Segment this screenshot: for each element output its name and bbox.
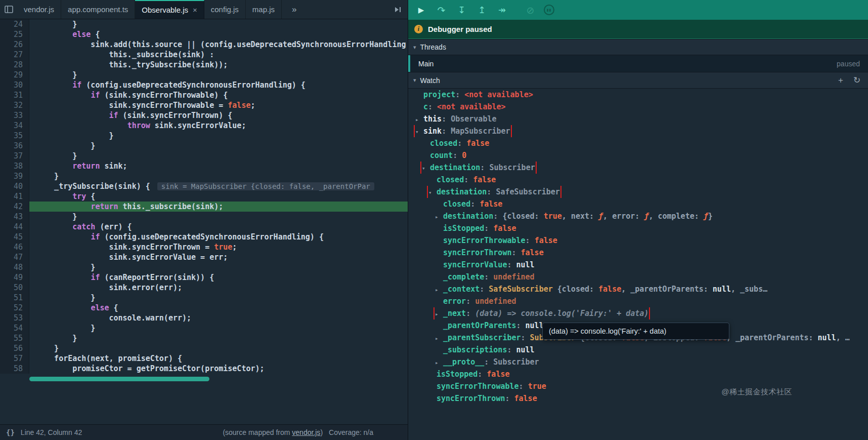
chevron-right-icon[interactable]: ▸ xyxy=(435,284,443,295)
add-watch-expression-icon[interactable]: + xyxy=(835,75,847,86)
tab-config.js[interactable]: config.js xyxy=(204,0,246,19)
tab-map.js[interactable]: map.js xyxy=(246,0,282,19)
line-number[interactable]: 58 xyxy=(0,364,29,374)
watch-node-_context[interactable]: ▸_context: SafeSubscriber {closed: false… xyxy=(408,283,868,295)
tab-Observable.js[interactable]: Observable.js× xyxy=(135,0,204,19)
tab-vendor.js[interactable]: vendor.js xyxy=(17,0,61,19)
watch-node-isStopped[interactable]: isStopped: false xyxy=(408,368,868,380)
line-number[interactable]: 53 xyxy=(0,313,29,323)
line-number[interactable]: 34 xyxy=(0,121,29,131)
watch-node-_next[interactable]: ▸_next: (data) => console.log('Fairy:' +… xyxy=(408,307,868,319)
watch-node-isStopped[interactable]: isStopped: false xyxy=(408,222,868,234)
line-number[interactable]: 48 xyxy=(0,262,29,272)
line-number[interactable]: 55 xyxy=(0,333,29,343)
panel-expand-icon[interactable] xyxy=(387,0,408,19)
line-number[interactable]: 52 xyxy=(0,303,29,313)
step-over-icon[interactable]: ↷ xyxy=(435,3,448,17)
step-in-icon[interactable]: ↧ xyxy=(455,3,468,17)
horizontal-scrollbar-thumb[interactable] xyxy=(29,377,209,381)
chevron-right-icon[interactable]: ▸ xyxy=(435,308,443,319)
watch-node-count[interactable]: count: 0 xyxy=(408,149,868,162)
line-number[interactable]: 24 xyxy=(0,19,29,29)
tab-overflow-button[interactable]: » xyxy=(282,0,307,19)
watch-node-c[interactable]: c: <not available> xyxy=(408,101,868,113)
watch-node-error[interactable]: error: undefined xyxy=(408,295,868,307)
line-number[interactable]: 37 xyxy=(0,151,29,161)
watch-node-destination[interactable]: ▾destination: Subscriber xyxy=(408,162,868,174)
watch-node-this[interactable]: ▸this: Observable xyxy=(408,113,868,125)
code-editor[interactable]: 24 }25 else {26 sink.add(this.source || … xyxy=(0,19,408,424)
line-number[interactable]: 47 xyxy=(0,252,29,262)
thread-item-main[interactable]: Main paused xyxy=(408,55,868,72)
refresh-watch-icon[interactable]: ↻ xyxy=(851,75,863,86)
line-number[interactable]: 39 xyxy=(0,171,29,181)
line-number[interactable]: 49 xyxy=(0,272,29,283)
watch-node-syncErrorThrowable[interactable]: syncErrorThrowable: true xyxy=(408,380,868,392)
line-number[interactable]: 36 xyxy=(0,141,29,151)
line-number[interactable]: 54 xyxy=(0,323,29,333)
line-number[interactable]: 28 xyxy=(0,60,29,70)
chevron-right-icon[interactable]: ▸ xyxy=(435,333,443,344)
property-name: project xyxy=(423,90,455,99)
line-number[interactable]: 29 xyxy=(0,70,29,80)
watch-node-closed[interactable]: closed: false xyxy=(408,137,868,149)
chevron-down-icon[interactable]: ▾ xyxy=(413,44,416,51)
line-number[interactable]: 35 xyxy=(0,131,29,141)
source-list-toggle-icon[interactable] xyxy=(0,0,17,19)
watch-node-project[interactable]: project: <not available> xyxy=(408,89,868,101)
line-number[interactable]: 51 xyxy=(0,293,29,303)
line-number[interactable]: 43 xyxy=(0,212,29,222)
line-number[interactable]: 33 xyxy=(0,110,29,121)
line-number[interactable]: 41 xyxy=(0,191,29,202)
watch-node-destination[interactable]: ▸destination: {closed: true, next: ƒ, er… xyxy=(408,210,868,222)
resume-icon[interactable]: ▶ xyxy=(414,3,428,17)
line-number[interactable]: 42 xyxy=(0,202,29,212)
line-number[interactable]: 56 xyxy=(0,343,29,353)
deactivate-breakpoints-icon[interactable]: ⊘ xyxy=(524,3,537,17)
watch-node-syncErrorValue[interactable]: syncErrorValue: null xyxy=(408,259,868,271)
chevron-right-icon[interactable]: ▸ xyxy=(435,211,443,222)
threads-section-header[interactable]: ▾ Threads xyxy=(408,39,868,55)
watch-node-closed[interactable]: closed: false xyxy=(408,174,868,186)
line-number[interactable]: 45 xyxy=(0,232,29,242)
line-number[interactable]: 57 xyxy=(0,353,29,364)
editor-status-bar: {} Line 42, Column 42 (source mapped fro… xyxy=(0,424,408,440)
line-number[interactable]: 50 xyxy=(0,283,29,293)
watch-node-sink[interactable]: ▾sink: MapSubscriber xyxy=(408,125,868,137)
line-number[interactable]: 30 xyxy=(0,80,29,90)
pause-on-exceptions-icon[interactable]: ▮▮ xyxy=(544,5,554,15)
watch-node-syncErrorThrown[interactable]: syncErrorThrown: false xyxy=(408,392,868,405)
line-number[interactable]: 46 xyxy=(0,242,29,252)
watch-node-destination[interactable]: ▾destination: SafeSubscriber xyxy=(408,186,868,198)
chevron-down-icon[interactable]: ▾ xyxy=(428,187,437,198)
step-forward-icon[interactable]: ↠ xyxy=(495,3,509,17)
watch-node-syncErrorThrown[interactable]: syncErrorThrown: false xyxy=(408,247,868,259)
chevron-down-icon[interactable]: ▾ xyxy=(413,77,416,84)
property-name: c xyxy=(423,102,428,111)
watch-node-closed[interactable]: closed: false xyxy=(408,198,868,210)
watch-node-syncErrorThrowable[interactable]: syncErrorThrowable: false xyxy=(408,234,868,247)
property-value: , _subs… xyxy=(731,285,767,294)
line-number[interactable]: 32 xyxy=(0,100,29,110)
line-number[interactable]: 40 xyxy=(0,181,29,191)
line-number[interactable]: 25 xyxy=(0,29,29,39)
line-number[interactable]: 27 xyxy=(0,50,29,60)
chevron-down-icon[interactable]: ▾ xyxy=(422,163,430,174)
line-number[interactable]: 31 xyxy=(0,90,29,100)
watch-section-header[interactable]: ▾ Watch + ↻ xyxy=(408,72,868,89)
tab-close-icon[interactable]: × xyxy=(193,6,197,14)
watch-node-content: isStopped: false xyxy=(435,222,516,234)
chevron-right-icon[interactable]: ▸ xyxy=(435,357,443,368)
watch-node-_subscriptions[interactable]: _subscriptions: null xyxy=(408,344,868,356)
chevron-down-icon[interactable]: ▾ xyxy=(415,126,423,137)
chevron-right-icon[interactable]: ▸ xyxy=(415,114,423,125)
tab-app.component.ts[interactable]: app.component.ts xyxy=(61,0,135,19)
line-number[interactable]: 38 xyxy=(0,161,29,171)
watch-node-__proto__[interactable]: ▸__proto__: Subscriber xyxy=(408,356,868,368)
step-out-icon[interactable]: ↥ xyxy=(475,3,489,17)
line-number[interactable]: 44 xyxy=(0,222,29,232)
source-map-link[interactable]: vendor.js xyxy=(292,428,320,436)
prettify-source-icon[interactable]: {} xyxy=(6,428,15,436)
watch-node-_complete[interactable]: _complete: undefined xyxy=(408,271,868,283)
line-number[interactable]: 26 xyxy=(0,39,29,50)
